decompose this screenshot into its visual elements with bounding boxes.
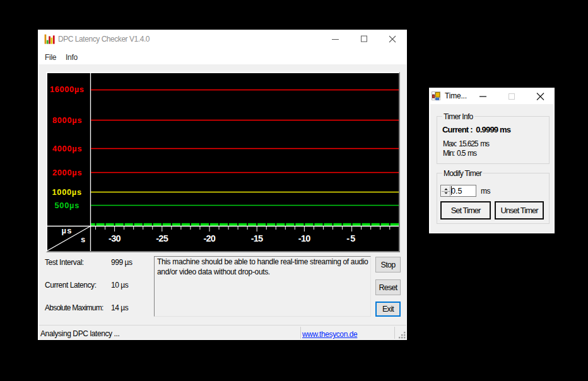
svg-text:-20: -20 <box>203 233 216 243</box>
svg-text:16000µs: 16000µs <box>50 85 84 94</box>
svg-text:8000µs: 8000µs <box>52 115 82 125</box>
svg-text:2000µs: 2000µs <box>52 168 82 177</box>
svg-text:µs: µs <box>62 226 72 235</box>
svg-text:1000µs: 1000µs <box>52 187 82 197</box>
svg-text:-5: -5 <box>346 233 355 243</box>
svg-text:-10: -10 <box>298 233 311 243</box>
svg-text:-25: -25 <box>156 233 168 243</box>
svg-text:-15: -15 <box>251 233 264 243</box>
svg-text:s: s <box>81 235 85 244</box>
svg-text:-30: -30 <box>109 233 121 243</box>
svg-text:500µs: 500µs <box>54 201 79 210</box>
svg-text:4000µs: 4000µs <box>52 144 82 153</box>
